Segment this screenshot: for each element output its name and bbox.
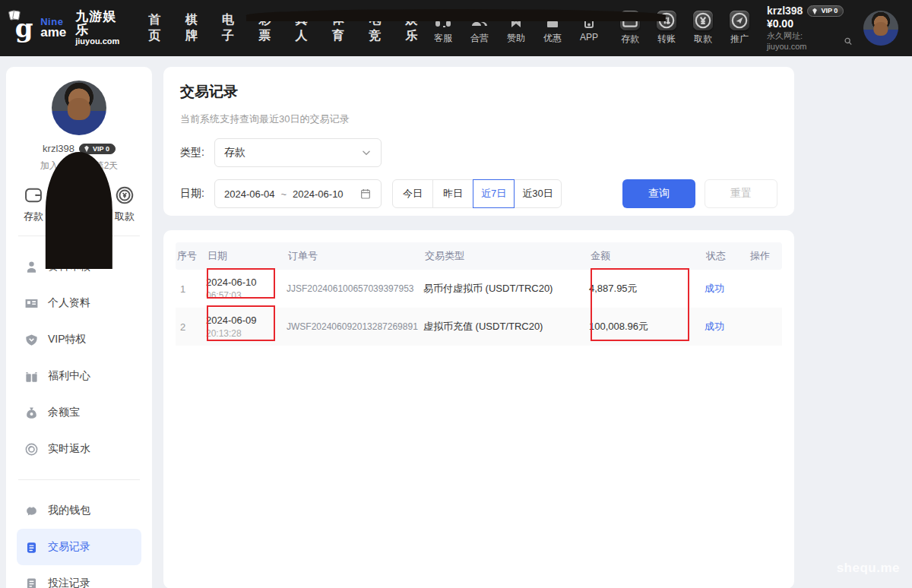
date-range-input[interactable]: 2024-06-04 ~ 2024-06-10 <box>214 179 382 208</box>
withdraw-icon <box>114 185 135 206</box>
avatar[interactable] <box>863 11 898 46</box>
col-amount: 金额 <box>589 249 705 263</box>
withdraw-button[interactable]: 取款 <box>688 11 718 46</box>
reset-button[interactable]: 重置 <box>705 179 777 208</box>
order-number: JWSF202406092013287269891 <box>287 321 423 332</box>
sidebar-item-vip[interactable]: VIP特权 <box>17 321 141 358</box>
magnifier-icon <box>844 36 853 46</box>
table-header: 序号 日期 订单号 交易类型 金额 状态 操作 <box>176 242 782 270</box>
audit-icon <box>24 260 39 274</box>
col-action: 操作 <box>749 249 782 263</box>
logo-wordmark: Nine ame <box>40 17 66 39</box>
deposit-icon <box>23 185 44 206</box>
chevron-down-icon <box>361 147 372 158</box>
money-bag-icon <box>24 406 39 420</box>
date-filter-label: 日期: <box>180 187 214 201</box>
transaction-type: 虚拟币充值 (USDT/TRC20) <box>423 320 589 334</box>
sidebar-item-rebate[interactable]: 实时返水 <box>17 431 141 467</box>
promote-icon <box>730 11 749 30</box>
date-cell: 2024-06-09 20:13:28 <box>206 314 287 340</box>
profile-card-icon <box>24 296 39 311</box>
date-cell: 2024-06-10 06:57:03 <box>206 276 287 302</box>
sidebar-item-welfare[interactable]: 福利中心 <box>17 358 141 394</box>
sidebar-item-transactions[interactable]: 交易记录 <box>17 529 141 565</box>
sidebar: krzl398 VIP 0 加入九游娱乐第2天 存款 转账 取款 <box>6 67 152 588</box>
transactions-icon <box>24 540 39 555</box>
range-7days-button[interactable]: 近7日 <box>473 179 515 208</box>
divider <box>18 479 140 480</box>
username: krzl398 <box>767 5 803 18</box>
withdraw-icon <box>693 11 713 30</box>
transactions-table: 序号 日期 订单号 交易类型 金额 状态 操作 1 2024-06-10 06:… <box>163 230 794 588</box>
vip-badge: VIP 0 <box>807 5 844 17</box>
sidebar-item-bet-records[interactable]: 投注记录 <box>17 565 141 588</box>
watermark: shequ.me <box>837 561 900 576</box>
col-order: 订单号 <box>287 249 423 263</box>
transaction-type: 易币付虚拟币 (USDT/TRC20) <box>423 282 589 296</box>
amount: 100,008.96元 <box>589 320 705 334</box>
vip-diamond-icon <box>83 145 90 153</box>
deposit-button[interactable]: 存款 <box>23 185 44 223</box>
rebate-icon <box>24 442 39 457</box>
topbar: g Nine ame 九游娱乐 jiuyou.com 首页 棋牌 电子 彩票 真… <box>0 0 912 56</box>
nav-board-games[interactable]: 棋牌 <box>185 12 207 44</box>
permanent-url: 永久网址: jiuyou.com <box>767 31 853 52</box>
withdraw-button[interactable]: 取款 <box>114 185 135 223</box>
col-no: 序号 <box>176 249 206 263</box>
calendar-icon <box>359 188 372 200</box>
sidebar-menu-records: 我的钱包 交易记录 投注记录 <box>17 492 141 588</box>
sidebar-item-yuebao[interactable]: 余额宝 <box>17 394 141 431</box>
sidebar-menu-account: 资料审核 个人资料 VIP特权 福利中心 余额宝 <box>17 248 141 467</box>
main-content: 交易记录 当前系统支持查询最近30日的交易记录 类型: 存款 日期: 2024-… <box>163 67 794 588</box>
promote-button[interactable]: 推广 <box>724 11 755 46</box>
playing-cards-icon <box>9 11 17 20</box>
site-logo[interactable]: g Nine ame 九游娱乐 jiuyou.com <box>12 10 125 46</box>
vip-diamond-icon <box>811 8 819 15</box>
quick-range-group: 今日 昨日 近7日 近30日 <box>392 179 562 208</box>
search-button[interactable]: 查询 <box>622 179 695 208</box>
range-30days-button[interactable]: 近30日 <box>514 179 561 208</box>
sidebar-item-profile[interactable]: 个人资料 <box>17 285 141 321</box>
col-status: 状态 <box>705 249 749 263</box>
order-number: JJSF202406100657039397953 <box>287 283 423 294</box>
logo-cn-block: 九游娱乐 jiuyou.com <box>75 10 125 46</box>
nav-slots[interactable]: 电子 <box>222 12 244 44</box>
table-row: 1 2024-06-10 06:57:03 JJSF20240610065703… <box>176 270 782 308</box>
balance: ¥0.00 <box>767 17 853 31</box>
logo-g-mark: g <box>12 12 36 44</box>
page-title: 交易记录 <box>180 82 777 102</box>
range-yesterday-button[interactable]: 昨日 <box>432 179 473 208</box>
status-link[interactable]: 成功 <box>705 320 749 334</box>
amount: 4,887.95元 <box>589 282 705 296</box>
col-date: 日期 <box>206 249 287 263</box>
range-today-button[interactable]: 今日 <box>392 179 433 208</box>
piggy-wallet-icon <box>24 504 39 518</box>
status-link[interactable]: 成功 <box>705 282 749 296</box>
type-select[interactable]: 存款 <box>214 138 382 167</box>
nav-home[interactable]: 首页 <box>148 12 170 44</box>
table-row: 2 2024-06-09 20:13:28 JWSF20240609201328… <box>176 308 782 346</box>
vip-shield-icon <box>24 333 39 347</box>
welfare-gift-icon <box>24 369 39 384</box>
filter-card: 交易记录 当前系统支持查询最近30日的交易记录 类型: 存款 日期: 2024-… <box>163 67 794 216</box>
type-filter-label: 类型: <box>180 146 214 160</box>
bet-records-icon <box>24 577 39 588</box>
sidebar-item-wallet[interactable]: 我的钱包 <box>17 492 141 529</box>
col-type: 交易类型 <box>423 249 589 263</box>
username: krzl398 <box>43 143 74 154</box>
page-subtitle: 当前系统支持查询最近30日的交易记录 <box>180 112 777 126</box>
topbar-user-info[interactable]: krzl398 VIP 0 ¥0.00 永久网址: jiuyou.com <box>767 5 853 52</box>
avatar[interactable] <box>52 81 106 135</box>
